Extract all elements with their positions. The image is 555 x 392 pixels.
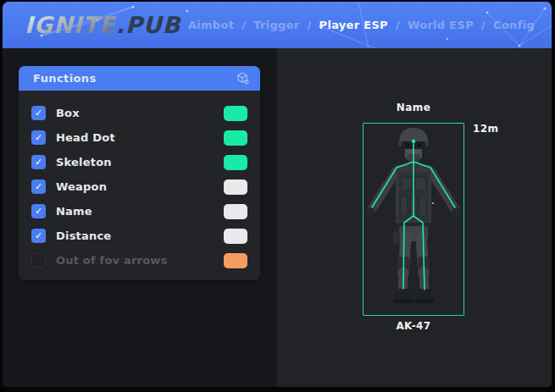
- function-row-name: Name: [31, 199, 247, 224]
- nav-tab-config[interactable]: Config: [493, 19, 535, 31]
- color-swatch-distance[interactable]: [224, 229, 247, 244]
- functions-panel-header: Functions: [19, 66, 260, 91]
- checkbox-distance[interactable]: [31, 229, 46, 243]
- function-row-head-dot: Head Dot: [31, 125, 247, 150]
- function-row-distance: Distance: [31, 224, 247, 248]
- app-logo: IGNITE.PUB: [25, 14, 180, 36]
- function-label: Skeleton: [56, 156, 112, 168]
- function-label: Weapon: [56, 180, 107, 193]
- color-swatch-out-of-fov-arrows[interactable]: [224, 253, 247, 268]
- color-swatch-weapon[interactable]: [224, 179, 247, 195]
- cube-settings-icon[interactable]: [236, 71, 250, 86]
- function-label: Out of fov arrows: [56, 254, 167, 267]
- checkbox-head-dot[interactable]: [31, 130, 46, 145]
- esp-preview-area: Name: [277, 48, 552, 387]
- left-column: Functions: [3, 48, 277, 387]
- function-label: Name: [56, 205, 92, 218]
- esp-distance-label: 12m: [473, 123, 498, 135]
- app-window: IGNITE.PUB Aimbot / Trigger / Player ESP…: [0, 0, 555, 392]
- nav-separator: /: [241, 19, 246, 31]
- checkbox-name[interactable]: [31, 204, 46, 218]
- nav-tab-aimbot[interactable]: Aimbot: [188, 19, 234, 31]
- header-bar: IGNITE.PUB Aimbot / Trigger / Player ESP…: [3, 2, 552, 48]
- nav-tab-world-esp[interactable]: World ESP: [408, 19, 474, 31]
- main-nav: Aimbot / Trigger / Player ESP / World ES…: [188, 19, 535, 31]
- nav-tab-player-esp[interactable]: Player ESP: [319, 19, 388, 31]
- color-swatch-box[interactable]: [224, 106, 247, 121]
- logo-secondary: .PUB: [116, 12, 181, 38]
- color-swatch-skeleton[interactable]: [224, 155, 247, 170]
- content-area: Functions: [3, 48, 552, 387]
- nav-tab-trigger[interactable]: Trigger: [253, 19, 299, 31]
- checkbox-weapon[interactable]: [31, 179, 46, 194]
- esp-weapon-label: AK-47: [396, 320, 430, 332]
- nav-separator: /: [481, 19, 486, 31]
- functions-panel: Functions: [19, 66, 260, 280]
- function-label: Head Dot: [56, 131, 115, 144]
- functions-list: Box Head Dot Skeleton: [19, 91, 260, 280]
- checkbox-out-of-fov-arrows[interactable]: [31, 253, 46, 268]
- color-swatch-name[interactable]: [224, 204, 247, 219]
- nav-separator: /: [308, 19, 312, 31]
- function-row-out-of-fov-arrows: Out of fov arrows: [31, 248, 247, 273]
- function-row-skeleton: Skeleton: [31, 150, 247, 174]
- esp-bounding-box: [363, 123, 464, 316]
- panel-title: Functions: [33, 72, 97, 85]
- logo-primary: IGNITE: [25, 12, 116, 38]
- function-row-weapon: Weapon: [31, 174, 247, 199]
- checkbox-skeleton[interactable]: [31, 155, 46, 169]
- function-row-box: Box: [31, 101, 247, 125]
- nav-separator: /: [396, 19, 400, 31]
- checkbox-box[interactable]: [31, 106, 46, 120]
- esp-name-label: Name: [397, 102, 430, 113]
- function-label: Distance: [56, 229, 111, 242]
- color-swatch-head-dot[interactable]: [224, 130, 247, 146]
- function-label: Box: [56, 107, 80, 119]
